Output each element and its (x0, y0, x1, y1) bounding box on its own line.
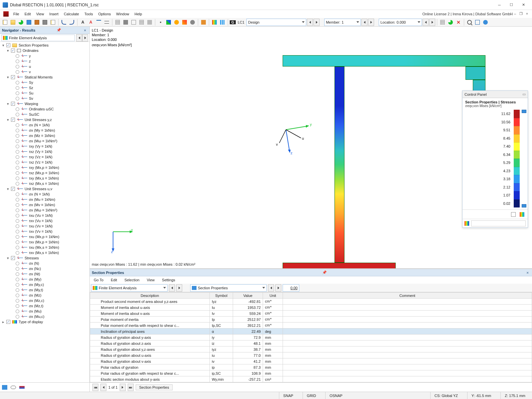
tree-item[interactable]: τxv (Mx,s = 1kNm) (0, 250, 89, 255)
table-header[interactable]: Unit (263, 293, 283, 299)
save-button[interactable] (25, 19, 33, 26)
table-panel-pin-icon[interactable]: 📌 (321, 270, 328, 275)
minimize-button[interactable]: ─ (493, 1, 505, 9)
tree-item[interactable]: ▾✓Section Properties (0, 43, 89, 48)
properties-table[interactable]: DescriptionSymbolValueUnitComment Produc… (90, 292, 532, 382)
table-row[interactable]: Radius of gyration about z-axisiz48.1mm (90, 340, 532, 346)
tree-item[interactable]: σx (Mu = 1kNm) (0, 197, 89, 202)
menu-edit[interactable]: Edit (22, 11, 34, 17)
table-row[interactable]: Moment of inertia about v-axisIv559.24cm… (90, 311, 532, 317)
tree-item[interactable]: ▾✓Warping (0, 101, 89, 106)
tree-item[interactable]: σx (Mu) (0, 309, 89, 314)
table-row[interactable]: Radius of gyration about u-axisiu77.0mm (90, 352, 532, 358)
legend-copy-button[interactable] (510, 211, 517, 218)
panel-tab-views-icon[interactable] (11, 386, 16, 389)
window-list-button[interactable] (474, 19, 481, 26)
gradient-button[interactable] (211, 19, 218, 26)
member-select[interactable]: Member: 1 (324, 19, 361, 26)
legend-input[interactable] (471, 220, 526, 226)
table-value-input[interactable]: 0.00 (283, 284, 299, 292)
table-menu-settings[interactable]: Settings (161, 277, 177, 283)
tree-item[interactable]: σx (Mω = 1kNm²) (0, 138, 89, 144)
menu-insert[interactable]: Insert (47, 11, 61, 17)
layers-button[interactable] (200, 19, 207, 26)
font-red-button[interactable]: A (87, 19, 94, 26)
view-solid-button[interactable] (122, 19, 129, 26)
table-header[interactable]: Value (233, 293, 263, 299)
help-button[interactable] (482, 19, 489, 26)
navigator-analysis-prev[interactable] (76, 34, 82, 42)
tree-item[interactable]: σx (My,t) (0, 287, 89, 293)
delete-results-button[interactable]: ✕ (455, 19, 462, 26)
tree-item[interactable]: τxy (Vz = 1kN) (0, 154, 89, 160)
legend-settings-button[interactable] (518, 211, 526, 218)
mdi-restore-icon[interactable]: ❐ (519, 12, 523, 16)
tree-item[interactable]: σx (Nt) (0, 271, 89, 277)
axis-toggle-button[interactable] (165, 19, 172, 26)
mdi-close-icon[interactable]: × (525, 12, 529, 16)
tree-item[interactable]: ▾✓Ordinates (0, 48, 89, 53)
tree-item[interactable]: τxu (Vv = 1kN) (0, 223, 89, 229)
results-tree[interactable]: ▾✓Section Properties▾✓Ordinatesyzuv▾✓Sta… (0, 42, 89, 382)
probe-button[interactable] (173, 19, 180, 26)
table-header[interactable]: Symbol (210, 293, 233, 299)
location-prev[interactable] (423, 19, 429, 26)
tree-item[interactable]: σx (N = 1kN) (0, 192, 89, 197)
menu-options[interactable]: Options (95, 11, 113, 17)
tree-item[interactable]: u (0, 64, 89, 69)
panel-close-icon[interactable]: × (83, 28, 87, 32)
slider-bottom-handle[interactable] (522, 204, 526, 207)
panel-pin-icon[interactable]: 📌 (55, 28, 63, 32)
tree-item[interactable]: τxy (Mx,s = 1kNm) (0, 176, 89, 181)
tree-item[interactable]: Ordinates ωSC (0, 106, 89, 112)
tree-item[interactable]: σx (N) (0, 261, 89, 266)
tree-item[interactable]: σx (Mz = 1kNm) (0, 133, 89, 138)
status-snap[interactable]: SNAP (279, 392, 297, 399)
mesh-toggle-button[interactable] (439, 19, 446, 26)
tree-item[interactable]: σx (My,c) (0, 282, 89, 287)
member-prev[interactable] (361, 19, 367, 26)
table-row[interactable]: Polar radius of gyrationip87.3mm (90, 364, 532, 370)
page-prev[interactable] (100, 384, 106, 391)
tree-item[interactable]: τxz (Vy = 1kN) (0, 149, 89, 154)
tree-item[interactable]: τxv (Vu = 1kN) (0, 218, 89, 223)
table-analysis-prev[interactable] (169, 284, 175, 292)
table-analysis-select[interactable]: Finite Element Analysis (91, 284, 168, 292)
status-osnap[interactable]: OSNAP (325, 392, 346, 399)
table-category-next[interactable] (275, 284, 281, 292)
page-first[interactable]: ⏮ (92, 384, 98, 391)
control-panel-options-icon[interactable]: ▭ (522, 92, 526, 96)
print-button[interactable] (41, 19, 49, 26)
tree-item[interactable]: σx (Nc) (0, 266, 89, 271)
tree-item[interactable]: τxy (Mx,p = 1kNm) (0, 165, 89, 170)
tree-item[interactable]: ▾✓Unit Stresses u,v (0, 186, 89, 192)
table-row[interactable]: Radius of gyration about y,z-axesiyz38.7… (90, 346, 532, 352)
tree-item[interactable]: τxu (Mx,p = 1kNm) (0, 234, 89, 239)
table-row[interactable]: Elastic section modulus about y-axisWy,m… (90, 382, 532, 383)
page-last[interactable]: ⏭ (128, 384, 134, 391)
tree-item[interactable]: τxy (Vy = 1kN) (0, 144, 89, 149)
menu-calculate[interactable]: Calculate (61, 11, 82, 17)
tree-item[interactable]: Su (0, 90, 89, 96)
tree-item[interactable]: Sv (0, 96, 89, 101)
chart-button[interactable] (219, 19, 226, 26)
table-analysis-next[interactable] (176, 284, 182, 292)
control-panel[interactable]: Control Panel ▭ Section Properties | Str… (462, 90, 528, 228)
view-all-button[interactable] (114, 19, 121, 26)
table-header[interactable]: Description (90, 293, 210, 299)
tree-item[interactable]: τxv (Mx,p = 1kNm) (0, 239, 89, 245)
legend-range-slider[interactable] (522, 110, 525, 207)
table-tab[interactable]: Section Properties (136, 384, 173, 390)
table-category-select[interactable]: Section Properties (190, 284, 267, 292)
tree-item[interactable]: z (0, 59, 89, 64)
mdi-minimize-icon[interactable]: – (513, 12, 517, 16)
table-row[interactable]: Elastic section modulus about y-axisWy,m… (90, 376, 532, 382)
tree-item[interactable]: σx (Mv = 1kNm) (0, 202, 89, 207)
maximize-button[interactable]: ☐ (505, 1, 517, 9)
tree-item[interactable]: σx (Mz) (0, 293, 89, 298)
tree-item[interactable]: τxv (Vv = 1kN) (0, 229, 89, 234)
stress-wand-button[interactable] (181, 19, 188, 26)
table-menu-view[interactable]: View (145, 277, 156, 283)
tree-item[interactable]: σx (My = 1kNm) (0, 128, 89, 133)
tree-item[interactable]: σx (N = 1kN) (0, 122, 89, 128)
